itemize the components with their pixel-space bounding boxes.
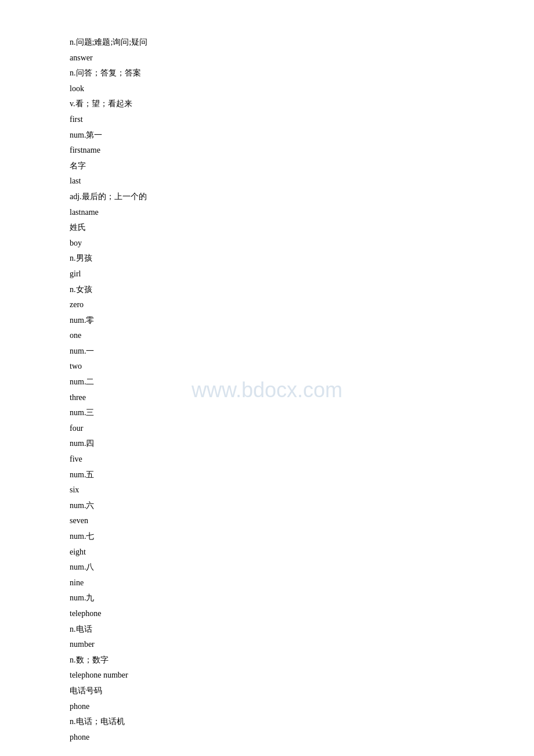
entries-list: n.问题;难题;询问;疑问answern.问答；答复；答案lookv.看；望；看… bbox=[70, 35, 464, 745]
list-item: num.第一 bbox=[70, 128, 464, 143]
list-item: 姓氏 bbox=[70, 220, 464, 236]
list-item: n.男孩 bbox=[70, 251, 464, 267]
list-item: girl bbox=[70, 267, 464, 282]
list-item: num.二 bbox=[70, 375, 464, 390]
list-item: answer bbox=[70, 51, 464, 66]
list-item: num.六 bbox=[70, 498, 464, 514]
list-item: n.问答；答复；答案 bbox=[70, 66, 464, 81]
list-item: num.一 bbox=[70, 344, 464, 359]
list-item: 名字 bbox=[70, 159, 464, 174]
list-item: num.五 bbox=[70, 467, 464, 483]
list-item: num.三 bbox=[70, 405, 464, 421]
list-item: num.零 bbox=[70, 313, 464, 329]
list-item: number bbox=[70, 637, 464, 653]
list-item: phone bbox=[70, 730, 464, 746]
list-item: first bbox=[70, 112, 464, 128]
list-item: num.九 bbox=[70, 591, 464, 606]
list-item: telephone number bbox=[70, 668, 464, 683]
list-item: firstname bbox=[70, 143, 464, 159]
list-item: num.八 bbox=[70, 560, 464, 575]
list-item: five bbox=[70, 452, 464, 467]
list-item: one bbox=[70, 328, 464, 344]
list-item: six bbox=[70, 483, 464, 498]
list-item: n.电话 bbox=[70, 622, 464, 638]
list-item: n.电话；电话机 bbox=[70, 714, 464, 730]
main-content: www.bdocx.com n.问题;难题;询问;疑问answern.问答；答复… bbox=[0, 0, 534, 756]
list-item: boy bbox=[70, 236, 464, 251]
list-item: num.四 bbox=[70, 436, 464, 452]
list-item: phone bbox=[70, 699, 464, 715]
list-item: look bbox=[70, 81, 464, 97]
list-item: adj.最后的；上一个的 bbox=[70, 189, 464, 205]
list-item: n.问题;难题;询问;疑问 bbox=[70, 35, 464, 51]
list-item: 电话号码 bbox=[70, 683, 464, 699]
list-item: three bbox=[70, 390, 464, 406]
list-item: n.女孩 bbox=[70, 282, 464, 298]
list-item: telephone bbox=[70, 606, 464, 622]
list-item: n.数；数字 bbox=[70, 653, 464, 668]
list-item: num.七 bbox=[70, 529, 464, 545]
list-item: last bbox=[70, 174, 464, 189]
list-item: seven bbox=[70, 513, 464, 529]
list-item: nine bbox=[70, 575, 464, 591]
list-item: lastname bbox=[70, 205, 464, 221]
list-item: eight bbox=[70, 545, 464, 560]
list-item: zero bbox=[70, 297, 464, 313]
list-item: four bbox=[70, 421, 464, 437]
list-item: two bbox=[70, 359, 464, 375]
list-item: v.看；望；看起来 bbox=[70, 96, 464, 112]
